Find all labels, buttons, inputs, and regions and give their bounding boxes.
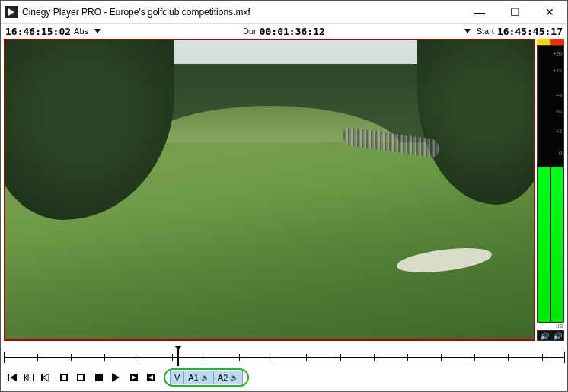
audio2-track-label: A2: [218, 373, 228, 382]
play-button[interactable]: [110, 372, 121, 383]
step-back-button[interactable]: [40, 372, 51, 383]
start-mode-dropdown-icon[interactable]: [464, 29, 471, 33]
meter-tick: +9: [536, 93, 562, 98]
go-to-start-button[interactable]: [7, 372, 18, 383]
svg-rect-10: [78, 375, 83, 380]
stop-button[interactable]: [94, 372, 104, 383]
mark-out-button[interactable]: [75, 372, 86, 383]
svg-rect-11: [95, 374, 103, 381]
svg-rect-8: [62, 375, 66, 380]
svg-marker-3: [25, 374, 28, 381]
svg-marker-1: [10, 374, 17, 381]
timecode-mode-label[interactable]: Abs: [74, 27, 88, 36]
peak-right: [550, 39, 564, 45]
start-timecode: 16:45:45:17: [497, 26, 563, 37]
titlebar: Cinegy Player PRO - Europe's golfclub co…: [1, 1, 567, 24]
current-timecode: 16:46:15:02: [5, 26, 71, 37]
svg-rect-4: [33, 374, 34, 381]
meter-channel-right: [551, 167, 563, 322]
timeline[interactable]: [4, 349, 564, 365]
audio2-track-toggle[interactable]: A2 🔈: [214, 371, 243, 384]
audio1-speaker-icon: 🔈: [201, 374, 209, 381]
meter-tick: +6: [536, 109, 562, 114]
meter-channel-left: [538, 167, 550, 322]
audio-meter-scale: +20+15+9+6+30-5-10-20-30-40-50-60: [537, 45, 564, 323]
audio-meter: +20+15+9+6+30-5-10-20-30-40-50-60 dB 🔊 🔊: [537, 39, 564, 341]
peak-left: [537, 39, 550, 45]
go-to-in-button[interactable]: [24, 372, 34, 383]
video-track-toggle[interactable]: V: [170, 371, 184, 384]
transport-controls: V A1 🔈 A2 🔈: [1, 365, 567, 387]
duration-timecode: 00:01:36:12: [260, 26, 325, 37]
audio1-track-label: A1: [188, 373, 198, 382]
main-area: +20+15+9+6+30-5-10-20-30-40-50-60 dB 🔊 🔊: [1, 39, 567, 344]
timeline-track: [4, 357, 564, 358]
mark-in-button[interactable]: [59, 372, 69, 383]
mark-out2-button[interactable]: [145, 372, 156, 383]
close-button[interactable]: ✕: [532, 1, 567, 24]
mark-in2-button[interactable]: [129, 372, 139, 383]
timecode-bar: 16:46:15:02 Abs Dur 00:01:36:12 Start 16…: [1, 24, 567, 39]
audio2-speaker-icon: 🔈: [230, 374, 238, 381]
meter-tick: 0: [536, 151, 562, 156]
svg-marker-5: [43, 374, 49, 381]
svg-marker-12: [112, 373, 120, 382]
svg-rect-6: [41, 374, 43, 381]
duration-label: Dur: [243, 27, 257, 36]
video-track-label: V: [174, 373, 180, 382]
timeline-playhead[interactable]: [177, 348, 179, 366]
app-icon: [5, 6, 18, 18]
maximize-button[interactable]: ☐: [497, 1, 532, 24]
minimize-button[interactable]: —: [462, 1, 497, 24]
audio-peak-indicator: [537, 39, 564, 45]
meter-unit-label: dB: [537, 323, 564, 330]
svg-rect-0: [8, 374, 9, 381]
speaker-toggle-row: 🔊 🔊: [537, 330, 564, 341]
timecode-mode-dropdown-icon[interactable]: [94, 29, 101, 33]
speaker-right-icon[interactable]: 🔊: [550, 331, 563, 340]
video-viewport[interactable]: [4, 39, 535, 341]
window-title: Cinegy Player PRO - Europe's golfclub co…: [22, 7, 462, 18]
speaker-left-icon[interactable]: 🔊: [538, 331, 550, 340]
meter-tick: +15: [536, 68, 562, 73]
track-selector-group: V A1 🔈 A2 🔈: [164, 368, 249, 387]
meter-tick: +20: [536, 51, 562, 56]
audio1-track-toggle[interactable]: A1 🔈: [184, 371, 213, 384]
window-controls: — ☐ ✕: [462, 1, 567, 24]
start-label[interactable]: Start: [477, 27, 494, 36]
meter-tick: +3: [536, 129, 562, 134]
